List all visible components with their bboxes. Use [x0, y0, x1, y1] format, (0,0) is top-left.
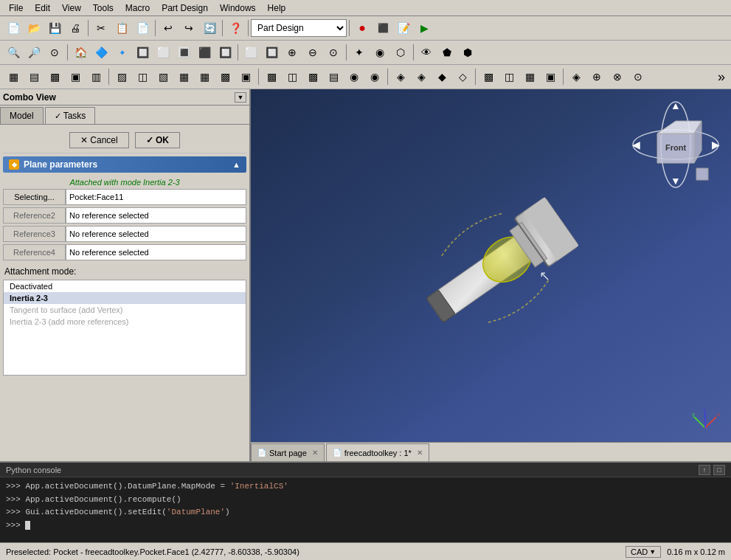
pd-btn30[interactable]: ⊙ — [628, 67, 648, 86]
rear-view-btn[interactable]: ⬜ — [153, 43, 173, 62]
reference3-input[interactable] — [66, 226, 246, 242]
pd-btn19[interactable]: ◈ — [391, 67, 410, 86]
axis-cross-btn[interactable]: ✦ — [350, 43, 369, 62]
home-btn[interactable]: 🏠 — [71, 43, 90, 62]
iso-view-btn[interactable]: 🔲 — [215, 43, 235, 62]
combo-expand-btn[interactable]: ▼ — [235, 92, 246, 103]
visibility-btn[interactable]: 👁 — [417, 43, 436, 62]
pd-btn15[interactable]: ▩ — [303, 67, 322, 86]
pd-btn21[interactable]: ◆ — [432, 67, 451, 86]
pd-btn23[interactable]: ▩ — [479, 67, 498, 86]
paste-btn[interactable]: 📄 — [133, 18, 152, 38]
pd-btn2[interactable]: ▤ — [24, 67, 44, 86]
print-btn[interactable]: 🖨 — [66, 18, 85, 38]
open-btn[interactable]: 📂 — [24, 18, 44, 38]
pd-btn22[interactable]: ◇ — [453, 67, 472, 86]
att-item-inertia23-more[interactable]: Inertia 2-3 (add more references) — [4, 316, 246, 328]
stereo-btn[interactable]: 🔲 — [262, 43, 281, 62]
pd-btn13[interactable]: ▩ — [262, 67, 281, 86]
more-tools-btn[interactable]: » — [718, 69, 728, 85]
start-page-close-btn[interactable]: ✕ — [312, 449, 318, 457]
pd-btn28[interactable]: ⊕ — [587, 67, 606, 86]
reference4-input[interactable] — [66, 244, 246, 260]
pd-btn5[interactable]: ▥ — [86, 67, 105, 86]
texture-btn[interactable]: ⬡ — [391, 43, 410, 62]
nav-cube[interactable]: Front ▲ ▼ ◀ ▶ — [631, 100, 720, 189]
pd-btn11[interactable]: ▩ — [215, 67, 235, 86]
pd-btn27[interactable]: ◈ — [567, 67, 586, 86]
pd-btn10[interactable]: ▦ — [195, 67, 214, 86]
menu-help[interactable]: Help — [262, 1, 292, 15]
bottom-view-btn[interactable]: ⬛ — [195, 43, 214, 62]
pd-btn25[interactable]: ▦ — [520, 67, 539, 86]
box-zoom-btn[interactable]: ⊙ — [324, 43, 343, 62]
run-btn[interactable]: ▶ — [415, 18, 434, 38]
python-console-body[interactable]: >>> App.activeDocument().DatumPlane.MapM… — [0, 477, 731, 542]
pd-btn7[interactable]: ◫ — [133, 67, 152, 86]
attachment-mode-list[interactable]: Deactivated Inertia 2-3 Tangent to surfa… — [3, 280, 246, 376]
menu-tools[interactable]: Tools — [87, 1, 119, 15]
show-all-btn[interactable]: ⬢ — [458, 43, 477, 62]
pd-btn26[interactable]: ▣ — [541, 67, 560, 86]
pd-btn4[interactable]: ▣ — [66, 67, 85, 86]
menu-macro[interactable]: Macro — [119, 1, 156, 15]
att-item-inertia23[interactable]: Inertia 2-3 — [4, 292, 246, 304]
menu-part-design[interactable]: Part Design — [156, 1, 214, 15]
cad-badge[interactable]: CAD ▼ — [626, 546, 661, 558]
pd-btn29[interactable]: ⊗ — [608, 67, 627, 86]
reference2-label[interactable]: Reference2 — [3, 207, 66, 224]
tab-tasks[interactable]: ✓ Tasks — [45, 107, 96, 124]
pd-btn3[interactable]: ▩ — [45, 67, 64, 86]
front-view-btn[interactable]: 🔷 — [91, 43, 111, 62]
reference2-input[interactable] — [66, 207, 246, 224]
copy-btn[interactable]: 📋 — [112, 18, 131, 38]
zoom-out-btn[interactable]: ⊖ — [303, 43, 322, 62]
refresh-btn[interactable]: 🔄 — [200, 18, 219, 38]
plane-params-collapse-btn[interactable]: ▲ — [232, 160, 240, 169]
viewport[interactable]: Front ▲ ▼ ◀ ▶ — [251, 89, 731, 461]
ok-button[interactable]: ✓ OK — [135, 132, 180, 148]
reference-selecting-input[interactable] — [66, 189, 246, 205]
pd-btn16[interactable]: ▤ — [324, 67, 343, 86]
att-item-deactivated[interactable]: Deactivated — [4, 280, 246, 292]
pd-btn24[interactable]: ◫ — [499, 67, 519, 86]
bounding-box-btn[interactable]: ⬜ — [241, 43, 260, 62]
fit-all-btn[interactable]: 🔍 — [4, 43, 23, 62]
menu-file[interactable]: File — [3, 1, 29, 15]
record-macro-btn[interactable]: ● — [353, 18, 372, 38]
redo-btn[interactable]: ↪ — [179, 18, 198, 38]
cut-btn[interactable]: ✂ — [91, 18, 111, 38]
python-expand-btn[interactable]: ↑ — [699, 465, 710, 475]
pd-btn6[interactable]: ▨ — [112, 67, 131, 86]
execute-macro-btn[interactable]: 📝 — [394, 18, 413, 38]
pd-btn9[interactable]: ▦ — [174, 67, 193, 86]
undo-btn[interactable]: ↩ — [159, 18, 178, 38]
menu-view[interactable]: View — [56, 1, 87, 15]
freecad-tab-close-btn[interactable]: ✕ — [417, 449, 423, 457]
draw-style-btn[interactable]: ⊙ — [45, 43, 64, 62]
stop-macro-btn[interactable]: ⬛ — [373, 18, 392, 38]
pd-btn12[interactable]: ▣ — [236, 67, 255, 86]
reference3-label[interactable]: Reference3 — [3, 226, 66, 242]
zoom-in-btn[interactable]: ⊕ — [283, 43, 302, 62]
fit-selection-btn[interactable]: 🔎 — [24, 43, 44, 62]
tab-model[interactable]: Model — [0, 107, 44, 124]
pd-btn20[interactable]: ◈ — [412, 67, 431, 86]
save-btn[interactable]: 💾 — [45, 18, 64, 38]
python-float-btn[interactable]: □ — [713, 465, 725, 475]
pd-btn18[interactable]: ◉ — [365, 67, 384, 86]
new-file-btn[interactable]: 📄 — [4, 18, 23, 38]
pd-btn8[interactable]: ▧ — [153, 67, 173, 86]
workbench-dropdown[interactable]: Part Design Part Sketcher — [251, 19, 347, 37]
tab-start-page[interactable]: 📄 Start page ✕ — [251, 443, 325, 461]
cancel-button[interactable]: ✕ Cancel — [69, 132, 129, 148]
pd-btn14[interactable]: ◫ — [283, 67, 302, 86]
help-btn[interactable]: ❓ — [226, 18, 245, 38]
clip-plane-btn[interactable]: ◉ — [370, 43, 389, 62]
tab-freecad-toolkey[interactable]: 📄 freecadtoolkey : 1* ✕ — [326, 443, 429, 461]
pd-btn17[interactable]: ◉ — [344, 67, 364, 86]
att-item-tangent[interactable]: Tangent to surface (add Vertex) — [4, 304, 246, 316]
menu-edit[interactable]: Edit — [29, 1, 56, 15]
toggle-space-btn[interactable]: ⬟ — [437, 43, 457, 62]
reference4-label[interactable]: Reference4 — [3, 244, 66, 260]
